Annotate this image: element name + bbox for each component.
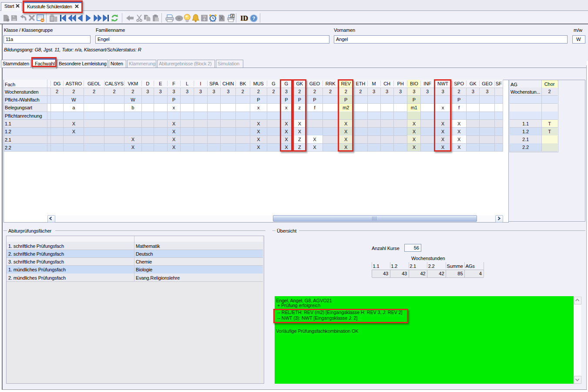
svg-text:?: ? — [252, 16, 255, 21]
svg-text:Z: Z — [232, 14, 234, 18]
svg-text:TB: TB — [203, 15, 206, 18]
